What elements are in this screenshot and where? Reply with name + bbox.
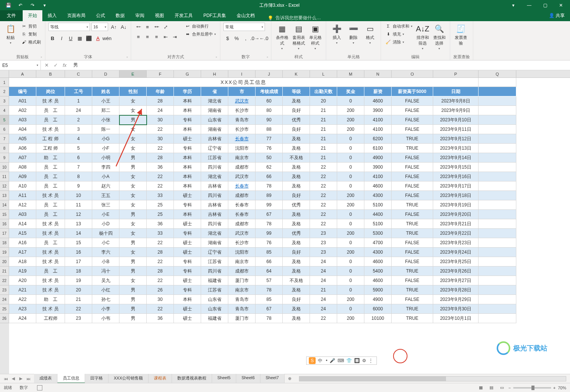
close-button[interactable]: ✕ [553, 0, 568, 11]
cell[interactable]: 2 [65, 115, 92, 125]
cell[interactable]: 1 [65, 96, 92, 106]
cell[interactable]: 28 [147, 96, 174, 106]
cell[interactable]: 湖南省 [201, 238, 228, 248]
cell[interactable]: 23 [310, 238, 337, 248]
column-header-N[interactable]: N [364, 70, 392, 77]
column-header-Q[interactable]: Q [479, 70, 516, 77]
cell[interactable]: A12 [9, 200, 36, 210]
cell[interactable]: 5400 [364, 266, 392, 276]
column-header-M[interactable]: M [337, 70, 364, 77]
copy-button[interactable]: ⎘复制 [20, 31, 42, 37]
cell[interactable] [479, 144, 516, 153]
cell[interactable]: 0 [337, 266, 364, 276]
fx-icon[interactable]: fx [60, 61, 69, 70]
cell[interactable]: 技 术 员 [36, 96, 65, 106]
cell[interactable]: 吉林省 [201, 134, 228, 144]
cell[interactable]: 技 术 员 [36, 219, 65, 229]
underline-icon[interactable]: U [67, 34, 75, 42]
cell[interactable]: 男 [119, 304, 147, 314]
cell[interactable]: 员 工 [36, 238, 65, 248]
cell[interactable]: 专科 [174, 229, 201, 238]
cell[interactable]: 技 术 员 [36, 191, 65, 200]
cell[interactable]: 及格 [283, 314, 310, 323]
cell[interactable]: 22 [310, 314, 337, 323]
qat-more-icon[interactable]: ▾ [39, 1, 50, 9]
cell[interactable]: 本科 [174, 106, 201, 115]
cell[interactable]: A03 [9, 210, 36, 219]
cell[interactable]: 13 [65, 219, 92, 229]
cell[interactable]: 21 [65, 295, 92, 304]
row-header[interactable]: 12 [0, 181, 9, 191]
cell[interactable] [479, 106, 516, 115]
formula-input[interactable]: 男 [70, 62, 570, 68]
cell[interactable]: 12 [65, 210, 92, 219]
cell[interactable] [479, 172, 516, 181]
cell[interactable]: FALSE [392, 125, 433, 134]
cell[interactable]: 长沙市 [228, 125, 256, 134]
row-header[interactable]: 2 [0, 87, 9, 96]
cell[interactable]: 男 [119, 266, 147, 276]
cell[interactable]: 山东省 [201, 115, 228, 125]
fill-button[interactable]: ⬇填充▾ [384, 31, 414, 37]
cell[interactable]: 本科 [174, 210, 201, 219]
cell[interactable]: 33 [147, 191, 174, 200]
row-header[interactable]: 3 [0, 96, 9, 106]
cell[interactable]: 小王 [92, 96, 119, 106]
cell[interactable]: 67 [256, 304, 283, 314]
cell[interactable] [479, 219, 516, 229]
cell[interactable]: 女 [119, 248, 147, 257]
cell[interactable]: 及格 [283, 172, 310, 181]
cell[interactable]: 200 [337, 115, 364, 125]
tab-file[interactable]: 文件 [0, 10, 23, 21]
cell[interactable]: 学历 [174, 87, 201, 96]
sheet-tab[interactable]: 员工信息 [57, 374, 85, 383]
maximize-button[interactable]: ▢ [537, 0, 553, 11]
cell[interactable]: A10 [9, 181, 36, 191]
enter-formula-icon[interactable]: ✓ [51, 61, 60, 70]
zoom-in-button[interactable]: + [553, 386, 556, 390]
cell[interactable]: 24 [310, 276, 337, 285]
cell[interactable]: 成都市 [228, 266, 256, 276]
cell[interactable]: 6 [65, 153, 92, 163]
cell[interactable]: 2023年9月30日 [433, 304, 479, 314]
cell[interactable]: 0 [337, 276, 364, 285]
cell[interactable]: 24 [310, 295, 337, 304]
cell[interactable]: 78 [256, 181, 283, 191]
cell[interactable]: 21 [310, 106, 337, 115]
cell[interactable]: 技 术 员 [36, 304, 65, 314]
cell[interactable]: 员 工 [36, 106, 65, 115]
align-left-icon[interactable]: ≡ [134, 33, 142, 41]
cell[interactable]: FALSE [392, 115, 433, 125]
cell[interactable]: 30 [147, 134, 174, 144]
cell[interactable]: 200 [337, 200, 364, 210]
fill-color-icon[interactable]: ⬛ [85, 34, 93, 42]
cell[interactable]: 200 [337, 295, 364, 304]
cell[interactable]: 66 [256, 172, 283, 181]
cell[interactable] [479, 200, 516, 210]
cell[interactable] [479, 78, 516, 87]
cell[interactable]: 22 [147, 181, 174, 191]
cell[interactable]: 女 [119, 96, 147, 106]
cell[interactable]: A07 [9, 153, 36, 163]
cell[interactable]: 男 [119, 210, 147, 219]
cell[interactable] [479, 285, 516, 295]
zoom-level[interactable]: 70% [558, 386, 566, 390]
cell[interactable]: 李六 [92, 248, 119, 257]
cell[interactable]: 0 [337, 134, 364, 144]
decrease-font-icon[interactable]: A↓ [119, 23, 128, 31]
cell[interactable]: 及格 [283, 144, 310, 153]
cell[interactable]: 57 [256, 276, 283, 285]
cell[interactable] [479, 163, 516, 172]
cell[interactable]: 22 [310, 210, 337, 219]
cell[interactable]: 6100 [364, 144, 392, 153]
cell[interactable]: 25 [147, 210, 174, 219]
cell[interactable]: 85 [256, 248, 283, 257]
row-header[interactable]: 15 [0, 210, 9, 219]
cell[interactable]: 22 [147, 304, 174, 314]
cell[interactable]: 2023年9月18日 [433, 191, 479, 200]
cell[interactable]: 本科 [174, 153, 201, 163]
cell[interactable]: 28 [147, 266, 174, 276]
align-middle-icon[interactable]: ≡ [143, 23, 152, 31]
cell[interactable]: 女 [119, 125, 147, 134]
cell[interactable]: 26 [147, 285, 174, 295]
